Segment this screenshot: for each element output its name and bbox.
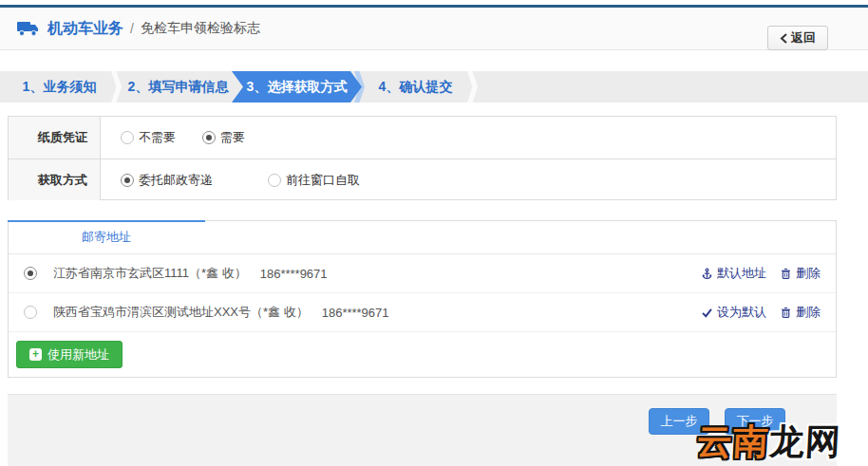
step-label: 1、业务须知 (23, 79, 97, 96)
back-button-label: 返回 (791, 29, 816, 47)
next-step-button[interactable]: 下一步 (725, 408, 785, 435)
anchor-icon (701, 268, 713, 280)
address-tabbar: 邮寄地址 (9, 221, 836, 254)
radio-icon[interactable] (24, 306, 37, 319)
address-text: 陕西省宝鸡市渭滨区测试地址XXX号（*鑫 收） (53, 304, 309, 321)
use-new-address-button[interactable]: + 使用新地址 (16, 341, 123, 368)
radio-icon[interactable] (268, 174, 281, 187)
form-label: 纸质凭证 (9, 117, 101, 158)
step-4-confirm-submit: 4、确认提交 (356, 71, 475, 103)
step-2-fill-info: 2、填写申请信息 (119, 71, 237, 103)
page: 机动车业务 / 免检车申领检验标志 返回 1、业务须知 2、填写申请信息 3、选… (0, 0, 868, 466)
delete-address-button[interactable]: 删除 (780, 265, 821, 282)
form-content: 不需要 需要 (101, 117, 836, 158)
trash-icon (780, 268, 792, 280)
set-default-button[interactable]: 设为默认 (701, 304, 766, 321)
radio-icon[interactable] (121, 131, 134, 144)
delete-address-button[interactable]: 删除 (780, 304, 821, 321)
page-title: 机动车业务 (47, 19, 123, 39)
step-label: 2、填写申请信息 (128, 79, 229, 96)
page-header: 机动车业务 / 免检车申领检验标志 返回 (0, 8, 868, 50)
chevron-left-icon (780, 33, 787, 44)
action-label: 删除 (796, 304, 821, 321)
options-form: 纸质凭证 不需要 需要 获取方式 委托邮政寄递 (8, 116, 837, 200)
radio-postal-delivery[interactable]: 委托邮政寄递 (121, 172, 213, 189)
address-row-1[interactable]: 江苏省南京市玄武区1111（*鑫 收） 186****9671 默认地址 (9, 254, 836, 293)
address-text: 江苏省南京市玄武区1111（*鑫 收） (53, 265, 247, 282)
breadcrumb-separator: / (130, 21, 134, 36)
radio-needed[interactable]: 需要 (202, 129, 245, 146)
plus-icon: + (29, 348, 42, 361)
step-progress-bar: 1、业务须知 2、填写申请信息 3、选择获取方式 4、确认提交 (0, 71, 868, 103)
default-address-button[interactable]: 默认地址 (701, 265, 766, 282)
form-row-delivery-method: 获取方式 委托邮政寄递 前往窗口自取 (9, 158, 836, 200)
address-actions: 设为默认 删除 (701, 304, 821, 321)
back-button[interactable]: 返回 (767, 26, 828, 50)
form-label: 获取方式 (9, 159, 101, 200)
check-icon (701, 307, 713, 319)
address-row-2[interactable]: 陕西省宝鸡市渭滨区测试地址XXX号（*鑫 收） 186****9671 设为默认 (9, 293, 836, 332)
action-label: 默认地址 (717, 265, 766, 282)
radio-not-needed[interactable]: 不需要 (121, 129, 176, 146)
address-actions: 默认地址 删除 (701, 265, 821, 282)
radio-label: 不需要 (139, 129, 176, 146)
previous-step-button[interactable]: 上一步 (649, 408, 709, 435)
address-phone: 186****9671 (322, 306, 389, 320)
button-label: 使用新地址 (47, 346, 109, 363)
mailing-address-panel: 邮寄地址 江苏省南京市玄武区1111（*鑫 收） 186****9671 默认地… (8, 220, 837, 378)
form-row-paper-voucher: 纸质凭证 不需要 需要 (9, 117, 836, 158)
page-subtitle: 免检车申领检验标志 (141, 20, 260, 37)
step-3-choose-method-active: 3、选择获取方式 (232, 71, 362, 103)
form-content: 委托邮政寄递 前往窗口自取 (101, 159, 836, 200)
step-label: 3、选择获取方式 (247, 79, 348, 96)
trash-icon (780, 307, 792, 319)
tab-mailing-address[interactable]: 邮寄地址 (9, 221, 204, 253)
truck-icon (17, 20, 40, 37)
step-1-notice: 1、业务须知 (0, 71, 119, 103)
radio-checked-icon[interactable] (202, 131, 216, 144)
radio-checked-icon[interactable] (24, 267, 37, 280)
radio-checked-icon[interactable] (121, 174, 134, 187)
radio-label: 委托邮政寄递 (139, 172, 213, 189)
address-phone: 186****9671 (260, 267, 328, 281)
action-label: 删除 (796, 265, 821, 282)
footer-bar: 上一步 下一步 (8, 394, 837, 466)
radio-label: 前往窗口自取 (286, 172, 360, 189)
tab-label: 邮寄地址 (82, 229, 131, 246)
radio-window-pickup[interactable]: 前往窗口自取 (268, 172, 360, 189)
address-footer: + 使用新地址 (9, 332, 836, 377)
step-label: 4、确认提交 (379, 79, 453, 96)
action-label: 设为默认 (717, 304, 766, 321)
radio-label: 需要 (220, 129, 245, 146)
footer-buttons: 上一步 下一步 (649, 408, 785, 435)
